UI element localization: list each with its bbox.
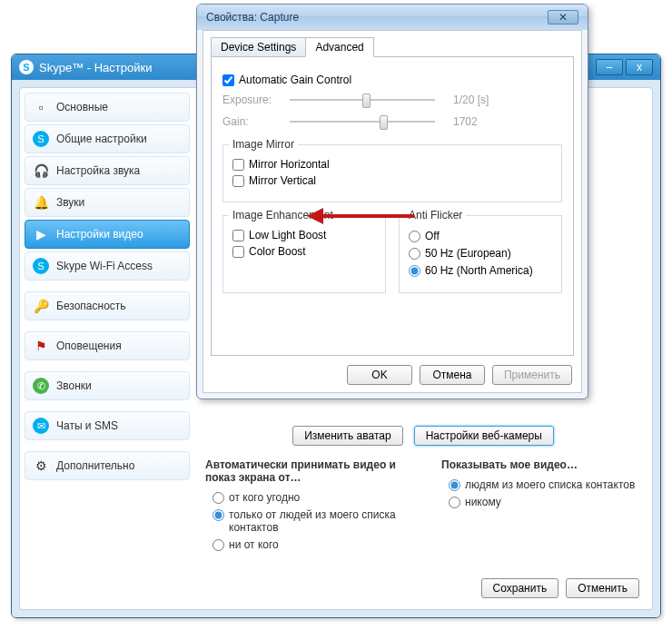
skype-icon: S (33, 258, 49, 274)
sidebar-item-security[interactable]: 🔑Безопасность (25, 291, 190, 320)
capture-close-button[interactable]: ✕ (548, 10, 578, 25)
anti-flicker-group: Anti Flicker Off 50 Hz (European) 60 Hz … (399, 215, 562, 293)
apply-button[interactable]: Применить (492, 365, 572, 385)
minimize-button[interactable]: – (596, 59, 623, 75)
bell-icon: 🔔 (33, 194, 49, 211)
radio-show-contacts[interactable]: людям из моего списка контактов (449, 478, 641, 491)
tab-device-settings[interactable]: Device Settings (211, 37, 306, 57)
sidebar-item-audio[interactable]: 🎧Настройка звука (25, 156, 190, 185)
exposure-slider[interactable] (290, 92, 435, 108)
gain-label: Gain: (222, 115, 284, 128)
tabs: Device Settings Advanced (211, 36, 581, 56)
save-button[interactable]: Сохранить (481, 578, 559, 598)
change-avatar-button[interactable]: Изменить аватар (292, 426, 403, 446)
chat-icon: ✉ (33, 418, 49, 434)
radio-nobody[interactable]: ни от кого (212, 538, 405, 551)
tab-panel-advanced: Automatic Gain Control Exposure: 1/20 [s… (211, 56, 574, 356)
cancel-button[interactable]: Отменить (566, 578, 639, 598)
capture-properties-dialog: Свойства: Capture ✕ Device Settings Adva… (196, 4, 588, 399)
auto-accept-title: Автоматически принимать видео и показ эк… (205, 458, 405, 484)
radio-contacts[interactable]: только от людей из моего списка контакто… (212, 508, 405, 534)
key-icon: 🔑 (33, 298, 49, 314)
flicker-50[interactable]: 50 Hz (European) (409, 247, 552, 260)
image-enhancement-group: Image Enhancement Low Light Boost Color … (222, 215, 386, 293)
exposure-value: 1/20 [s] (453, 94, 489, 106)
sidebar-item-general[interactable]: ▫Основные (25, 93, 190, 122)
exposure-row: Exposure: 1/20 [s] (222, 92, 562, 108)
flag-icon: ⚑ (33, 338, 49, 354)
sidebar-item-video[interactable]: ▶Настройки видео (25, 220, 190, 249)
mirror-vertical-checkbox[interactable]: Mirror Vertical (232, 174, 552, 187)
tab-advanced[interactable]: Advanced (305, 37, 373, 57)
ok-button[interactable]: OK (347, 365, 412, 385)
radio-anyone[interactable]: от кого угодно (212, 491, 405, 504)
dlg-cancel-button[interactable]: Отмена (420, 365, 485, 385)
skype-icon: S (33, 131, 49, 147)
skype-logo-icon: S (19, 60, 34, 74)
image-enhancement-title: Image Enhancement (229, 209, 337, 221)
image-mirror-title: Image Mirror (229, 138, 298, 151)
auto-accept-section: Автоматически принимать видео и показ эк… (205, 458, 405, 556)
radio-show-nobody[interactable]: никому (449, 496, 641, 508)
capture-title: Свойства: Capture (206, 11, 299, 24)
sidebar-item-chats[interactable]: ✉Чаты и SMS (25, 411, 190, 440)
sidebar-item-common[interactable]: SОбщие настройки (25, 124, 190, 153)
exposure-label: Exposure: (222, 94, 284, 106)
anti-flicker-title: Anti Flicker (405, 209, 466, 221)
close-button[interactable]: x (626, 59, 653, 75)
headset-icon: 🎧 (33, 162, 49, 179)
gain-value: 1702 (453, 115, 478, 128)
image-mirror-group: Image Mirror Mirror Horizontal Mirror Ve… (222, 144, 562, 202)
sidebar: ▫Основные SОбщие настройки 🎧Настройка зв… (20, 88, 194, 609)
webcam-settings-button[interactable]: Настройки веб-камеры (414, 426, 554, 446)
gain-row: Gain: 1702 (222, 113, 562, 130)
mirror-horizontal-checkbox[interactable]: Mirror Horizontal (232, 158, 552, 171)
capture-titlebar: Свойства: Capture ✕ (197, 5, 588, 30)
skype-title: Skype™ - Настройки (39, 61, 152, 74)
phone-icon: ✆ (33, 378, 49, 394)
sidebar-item-alerts[interactable]: ⚑Оповещения (25, 331, 190, 360)
flicker-60[interactable]: 60 Hz (North America) (409, 264, 552, 277)
low-light-checkbox[interactable]: Low Light Boost (232, 229, 376, 241)
capture-body: Device Settings Advanced Automatic Gain … (203, 30, 582, 393)
color-boost-checkbox[interactable]: Color Boost (232, 245, 376, 258)
show-video-section: Показывать мое видео… людям из моего спи… (441, 458, 641, 556)
gain-slider[interactable] (290, 113, 435, 130)
gear-icon: ⚙ (33, 458, 49, 474)
flicker-off[interactable]: Off (409, 230, 552, 242)
sidebar-item-advanced[interactable]: ⚙Дополнительно (25, 451, 190, 480)
agc-checkbox[interactable]: Automatic Gain Control (222, 74, 562, 86)
sidebar-item-calls[interactable]: ✆Звонки (25, 371, 190, 400)
sidebar-item-wifi[interactable]: SSkype Wi-Fi Access (25, 251, 190, 281)
camera-icon: ▶ (33, 226, 49, 242)
show-video-title: Показывать мое видео… (441, 458, 641, 471)
general-icon: ▫ (33, 99, 49, 115)
sidebar-item-sounds[interactable]: 🔔Звуки (25, 188, 190, 217)
